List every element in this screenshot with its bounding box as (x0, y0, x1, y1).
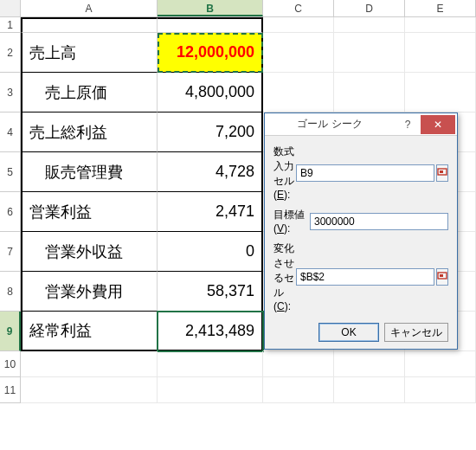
cell-C10[interactable] (263, 351, 334, 377)
label-to-value: 目標値(V): (273, 208, 310, 235)
cell-B9[interactable]: 2,413,489 (158, 312, 263, 351)
row-header-1[interactable]: 1 (0, 17, 21, 33)
label-set-cell: 数式入力セル(E): (273, 145, 296, 201)
row-header-11[interactable]: 11 (0, 377, 21, 403)
col-header-B[interactable]: B (158, 0, 263, 16)
row-header-4[interactable]: 4 (0, 112, 21, 152)
cell-A5[interactable]: 販売管理費 (21, 152, 158, 192)
cell-A10[interactable] (21, 351, 158, 377)
cell-B11[interactable] (158, 377, 263, 403)
cell-A2[interactable]: 売上高 (21, 33, 158, 73)
ok-button[interactable]: OK (318, 323, 379, 342)
row-header-9[interactable]: 9 (0, 312, 21, 351)
cell-B2[interactable]: 12,000,000 (158, 33, 263, 73)
dialog-titlebar[interactable]: ゴール シーク ? ✕ (265, 113, 457, 136)
cell-E1[interactable] (405, 17, 476, 33)
cell-A8[interactable]: 営業外費用 (21, 272, 158, 312)
input-to-value[interactable] (310, 213, 448, 230)
cell-B10[interactable] (158, 351, 263, 377)
cell-E3[interactable] (405, 73, 476, 112)
cell-A11[interactable] (21, 377, 158, 403)
column-headers: A B C D E (0, 0, 476, 17)
cell-B4[interactable]: 7,200 (158, 112, 263, 152)
cell-C1[interactable] (263, 17, 334, 33)
col-header-D[interactable]: D (334, 0, 405, 16)
cell-E10[interactable] (405, 351, 476, 377)
col-header-E[interactable]: E (405, 0, 476, 16)
select-all-corner[interactable] (0, 0, 21, 16)
row-header-5[interactable]: 5 (0, 152, 21, 192)
cell-C3[interactable] (263, 73, 334, 112)
row-header-10[interactable]: 10 (0, 351, 21, 377)
row-header-2[interactable]: 2 (0, 33, 21, 73)
svg-rect-1 (440, 170, 443, 173)
row-header-6[interactable]: 6 (0, 192, 21, 232)
row-header-8[interactable]: 8 (0, 272, 21, 312)
cell-A6[interactable]: 営業利益 (21, 192, 158, 232)
help-button[interactable]: ? (395, 119, 421, 131)
refedit-set-cell-icon[interactable] (436, 164, 448, 182)
cell-B3[interactable]: 4,800,000 (158, 73, 263, 112)
dialog-title: ゴール シーク (265, 117, 395, 132)
cell-B5[interactable]: 4,728 (158, 152, 263, 192)
cell-A7[interactable]: 営業外収益 (21, 232, 158, 272)
col-header-C[interactable]: C (263, 0, 334, 16)
input-set-cell[interactable] (296, 164, 434, 182)
cell-E2[interactable] (405, 33, 476, 73)
cell-D11[interactable] (334, 377, 405, 403)
cell-A3[interactable]: 売上原価 (21, 73, 158, 112)
cell-C2[interactable] (263, 33, 334, 73)
svg-rect-3 (440, 274, 443, 277)
cell-D2[interactable] (334, 33, 405, 73)
cancel-button[interactable]: キャンセル (384, 323, 448, 342)
label-by-changing: 変化させるセル(C): (273, 241, 296, 312)
cell-D3[interactable] (334, 73, 405, 112)
cell-D10[interactable] (334, 351, 405, 377)
cell-A9[interactable]: 経常利益 (21, 312, 158, 351)
cell-D1[interactable] (334, 17, 405, 33)
cell-E11[interactable] (405, 377, 476, 403)
cell-C11[interactable] (263, 377, 334, 403)
goal-seek-dialog: ゴール シーク ? ✕ 数式入力セル(E): 目標値(V): 変化させるセル(C… (264, 112, 458, 350)
cell-B6[interactable]: 2,471 (158, 192, 263, 232)
input-by-changing[interactable] (296, 268, 434, 286)
close-button[interactable]: ✕ (421, 115, 455, 134)
cell-B1[interactable] (158, 17, 263, 33)
cell-A4[interactable]: 売上総利益 (21, 112, 158, 152)
cell-B8[interactable]: 58,371 (158, 272, 263, 312)
cell-B7[interactable]: 0 (158, 232, 263, 272)
row-header-7[interactable]: 7 (0, 232, 21, 272)
row-header-3[interactable]: 3 (0, 73, 21, 112)
refedit-by-changing-icon[interactable] (436, 268, 448, 286)
col-header-A[interactable]: A (21, 0, 158, 16)
cell-A1[interactable] (21, 17, 158, 33)
dialog-body: 数式入力セル(E): 目標値(V): 変化させるセル(C): OK キャンセル (265, 136, 457, 349)
